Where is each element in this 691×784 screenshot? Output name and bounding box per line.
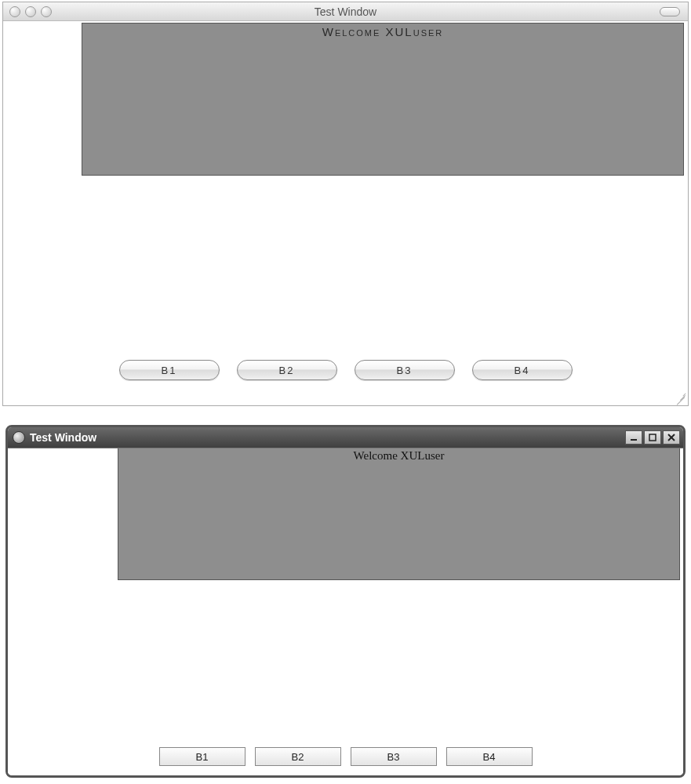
minimize-icon[interactable]	[25, 6, 36, 17]
win-window-title: Test Window	[30, 431, 620, 444]
close-icon[interactable]	[9, 6, 20, 17]
win-window: Test Window Welcome XULuser B1 B2 B3 B4	[5, 425, 686, 778]
win-button-row: B1 B2 B3 B4	[8, 747, 683, 766]
b2-button[interactable]: B2	[237, 360, 337, 380]
b1-button[interactable]: B1	[119, 360, 220, 380]
b3-button[interactable]: B3	[355, 360, 455, 380]
mac-welcome-heading: Welcome XULuser	[82, 24, 683, 38]
maximize-icon[interactable]	[644, 430, 661, 445]
mac-pill-button-icon[interactable]	[660, 7, 680, 16]
win-titlebar[interactable]: Test Window	[8, 427, 683, 448]
b3-button[interactable]: B3	[351, 747, 437, 766]
mac-window-title: Test Window	[3, 5, 688, 18]
zoom-icon[interactable]	[41, 6, 52, 17]
b4-button[interactable]: B4	[446, 747, 533, 766]
win-window-body: Welcome XULuser B1 B2 B3 B4	[8, 448, 683, 775]
win-welcome-heading: Welcome XULuser	[118, 448, 679, 463]
b1-button[interactable]: B1	[159, 747, 245, 766]
mac-welcome-panel: Welcome XULuser	[82, 23, 684, 176]
resize-grip-icon[interactable]	[674, 391, 686, 404]
app-icon[interactable]	[13, 431, 25, 444]
b2-button[interactable]: B2	[255, 747, 341, 766]
mac-button-row: B1 B2 B3 B4	[3, 360, 688, 380]
b4-button[interactable]: B4	[472, 360, 573, 380]
mac-traffic-lights	[3, 6, 52, 17]
mac-window-body: Welcome XULuser B1 B2 B3 B4	[3, 21, 688, 405]
minimize-icon[interactable]	[625, 430, 642, 445]
mac-titlebar[interactable]: Test Window	[3, 2, 688, 21]
svg-rect-1	[649, 434, 656, 441]
mac-window: Test Window Welcome XULuser B1 B2 B3 B4	[2, 2, 689, 406]
win-welcome-panel: Welcome XULuser	[118, 448, 680, 580]
close-icon[interactable]	[663, 430, 680, 445]
win-window-controls	[625, 430, 680, 445]
